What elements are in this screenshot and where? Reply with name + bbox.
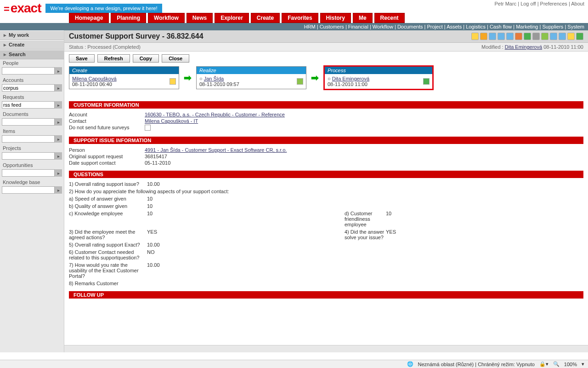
sidebar: ▸ My work ▸ Create ▸ Search People ▸ Acc… — [0, 30, 64, 352]
requests-go-icon[interactable]: ▸ — [55, 101, 62, 109]
arrow-right-icon: ➡ — [311, 72, 319, 83]
wf-create-box[interactable]: Create Milena Capoušková08-11-2010 06:40 — [69, 66, 179, 89]
horizontal-scrollbar[interactable] — [64, 345, 588, 352]
projects-input[interactable] — [2, 152, 55, 160]
date-value: 05-11-2010 — [145, 160, 170, 166]
people-input[interactable] — [2, 67, 55, 75]
opportunities-input[interactable] — [2, 169, 55, 177]
subnav-marketing[interactable]: Marketing — [516, 24, 538, 29]
nav-homepage[interactable]: Homepage — [69, 13, 109, 23]
subnav-customers[interactable]: Customers — [320, 24, 344, 29]
contact-link[interactable]: Milena Capoušková - IT — [145, 118, 198, 124]
q2-label: 2) How do you appreciate the following a… — [69, 188, 423, 195]
documents-go-icon[interactable]: ▸ — [55, 118, 62, 126]
lock-icon[interactable] — [480, 33, 487, 40]
qa-label: a) Speed of answer given — [69, 196, 147, 202]
status-value: Processed (Completed) — [87, 44, 141, 50]
logoff-link[interactable]: Log off — [520, 1, 536, 6]
user-link[interactable]: Petr Marc — [494, 1, 516, 6]
wf-create-user[interactable]: Milena Capoušková — [72, 76, 117, 81]
refresh-button[interactable]: Refresh — [97, 54, 130, 63]
nav-create[interactable]: Create — [251, 13, 280, 23]
items-go-icon[interactable]: ▸ — [55, 135, 62, 143]
subnav-system[interactable]: System — [567, 24, 584, 29]
subnav-cashflow[interactable]: Cash flow — [490, 24, 512, 29]
nav-planning[interactable]: Planning — [111, 13, 146, 23]
opportunities-go-icon[interactable]: ▸ — [55, 169, 62, 177]
modified-user-link[interactable]: Dita Emingerová — [505, 44, 542, 50]
document-new-icon[interactable] — [170, 78, 176, 85]
subnav-logistics[interactable]: Logistics — [466, 24, 486, 29]
arrow-right-icon: ➡ — [184, 72, 192, 83]
help-icon[interactable] — [576, 33, 583, 40]
bulb-icon[interactable] — [471, 33, 479, 40]
accounts-input[interactable] — [2, 84, 55, 92]
nav-favorites[interactable]: Favorites — [282, 13, 318, 23]
subnav-hrm[interactable]: HRM — [304, 24, 316, 29]
q7-value: 10.00 — [147, 262, 184, 279]
side-search[interactable]: ▸ Search — [0, 50, 64, 59]
info-icon[interactable] — [524, 33, 531, 40]
mail-check-icon[interactable] — [423, 78, 430, 85]
q7-label: 7) How would you rate the usability of t… — [69, 262, 147, 279]
note-icon[interactable] — [515, 33, 522, 40]
knowledge-input[interactable] — [2, 186, 55, 194]
nav-news[interactable]: News — [187, 13, 213, 23]
copy-icon[interactable] — [506, 33, 514, 40]
nav-recent[interactable]: Recent — [374, 13, 405, 23]
subnav-suppliers[interactable]: Suppliers — [542, 24, 563, 29]
side-create[interactable]: ▸ Create — [0, 40, 64, 50]
people-go-icon[interactable]: ▸ — [55, 67, 62, 75]
subnav-financial[interactable]: Financial — [348, 24, 368, 29]
q4-value: YES — [386, 229, 423, 241]
preview-banner[interactable]: We're developing a new design, preview i… — [45, 4, 162, 13]
wf-realize-user[interactable]: Jan Šída — [204, 76, 224, 81]
about-link[interactable]: About — [571, 1, 584, 6]
side-projects-label: Projects — [0, 144, 64, 152]
wf-process-box[interactable]: Process ○ Dita Emingerová08-11-2010 11:0… — [323, 65, 434, 90]
star-icon[interactable] — [567, 33, 575, 40]
wf-process-user[interactable]: Dita Emingerová — [332, 76, 369, 81]
side-mywork[interactable]: ▸ My work — [0, 30, 64, 40]
save-button[interactable]: Save — [69, 54, 95, 63]
requests-input[interactable] — [2, 101, 55, 109]
chart-icon[interactable] — [541, 33, 548, 40]
subnav-documents[interactable]: Documents — [397, 24, 423, 29]
account-label: Account — [69, 112, 145, 117]
copy-button[interactable]: Copy — [133, 54, 159, 63]
documents-input[interactable] — [2, 118, 55, 126]
account-link[interactable]: 160630 - TEBO, a.s. - Czech Republic - C… — [145, 112, 285, 117]
person-link[interactable]: 4991 - Jan Šída - Customer Support - Exa… — [145, 147, 287, 153]
subnav-project[interactable]: Project — [427, 24, 443, 29]
q3-label: 3) Did the employee meet the agreed acti… — [69, 229, 147, 241]
toolbar-icons — [471, 33, 583, 40]
wf-realize-box[interactable]: Realize ○ Jan Šída08-11-2010 09:57 — [196, 66, 306, 89]
side-documents-label: Documents — [0, 110, 64, 118]
subnav-assets[interactable]: Assets — [447, 24, 462, 29]
projects-go-icon[interactable]: ▸ — [55, 152, 62, 160]
trash-icon[interactable] — [532, 33, 540, 40]
subnav-workflow[interactable]: Workflow — [373, 24, 393, 29]
flag-icon[interactable] — [297, 78, 303, 85]
nav-history[interactable]: History — [320, 13, 351, 23]
items-input[interactable] — [2, 135, 55, 143]
section-followup: FOLLOW UP — [69, 291, 583, 299]
knowledge-go-icon[interactable]: ▸ — [55, 186, 62, 194]
accounts-go-icon[interactable]: ▸ — [55, 84, 62, 92]
close-button[interactable]: Close — [162, 54, 189, 63]
print-icon[interactable] — [559, 33, 566, 40]
nav-workflow[interactable]: Workflow — [148, 13, 185, 23]
side-requests-label: Requests — [0, 93, 64, 101]
nosurvey-checkbox[interactable] — [145, 125, 151, 131]
nav-explorer[interactable]: Explorer — [215, 13, 249, 23]
q3-value: YES — [147, 229, 184, 241]
wf-create-date: 08-11-2010 06:40 — [72, 81, 112, 87]
calendar-icon[interactable] — [498, 33, 505, 40]
logo[interactable]: =exact — [4, 1, 41, 16]
nav-me[interactable]: Me — [353, 13, 373, 23]
page-icon[interactable] — [489, 33, 496, 40]
side-opportunities-label: Opportunities — [0, 161, 64, 169]
add-icon[interactable] — [550, 33, 557, 40]
sub-nav: HRM | Customers | Financial | Workflow |… — [0, 23, 588, 30]
prefs-link[interactable]: Preferences — [540, 1, 567, 6]
